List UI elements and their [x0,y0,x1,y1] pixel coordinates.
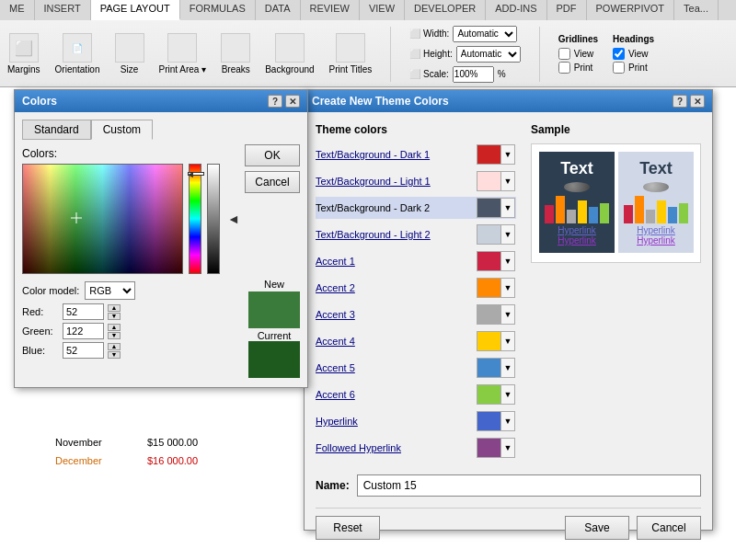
ribbon-margins[interactable]: ⬜ Margins [7,33,40,74]
tab-review[interactable]: REVIEW [301,0,360,20]
theme-close-button[interactable]: ✕ [690,95,705,108]
green-input[interactable]: 122 [63,323,104,339]
theme-color-btn-accent6[interactable]: ▼ [477,384,515,405]
hue-slider[interactable]: ◄ [189,164,201,274]
theme-label-dark1[interactable]: Text/Background - Dark 1 [316,149,477,160]
theme-color-btn-accent1[interactable]: ▼ [477,251,515,271]
cancel-button-sm[interactable]: Cancel [245,171,300,193]
ribbon-breaks[interactable]: Breaks [221,33,250,74]
tab-custom[interactable]: Custom [91,120,153,140]
sample-light-panel: Text Hyperlink Hyperlink [618,152,694,253]
theme-color-btn-followed-hyperlink[interactable]: ▼ [477,438,515,458]
dropdown-accent1[interactable]: ▼ [501,252,514,270]
tab-page-layout[interactable]: PAGE LAYOUT [91,0,180,20]
theme-row-accent3: Accent 3 ▼ [316,303,516,326]
crosshair[interactable] [71,212,82,223]
tab-addins[interactable]: ADD-INS [486,0,546,20]
theme-color-btn-light2[interactable]: ▼ [477,224,515,245]
ribbon-print-titles[interactable]: Print Titles [329,33,373,74]
headings-print[interactable] [613,62,625,74]
theme-help-button[interactable]: ? [673,95,687,108]
ribbon-orientation[interactable]: 📄 Orientation [55,33,100,74]
tab-insert[interactable]: INSERT [35,0,91,20]
theme-label-accent6[interactable]: Accent 6 [316,389,477,400]
width-select[interactable]: Automatic [453,26,517,42]
red-up[interactable]: ▲ [108,304,121,312]
headings-view[interactable] [613,48,625,60]
theme-color-btn-dark2[interactable]: ▼ [477,198,515,218]
blue-down[interactable]: ▼ [108,351,121,359]
ribbon-background[interactable]: Background [265,33,314,74]
close-button[interactable]: ✕ [285,95,300,108]
tab-view[interactable]: VIEW [360,0,405,20]
cell-december-label: December [55,455,102,466]
theme-color-btn-accent4[interactable]: ▼ [477,331,515,351]
ribbon-size[interactable]: Size [115,33,144,74]
theme-label-accent5[interactable]: Accent 5 [316,362,477,373]
tab-data[interactable]: DATA [256,0,301,20]
theme-color-btn-accent2[interactable]: ▼ [477,278,515,298]
dropdown-light1[interactable]: ▼ [501,172,514,190]
theme-label-accent3[interactable]: Accent 3 [316,309,477,320]
blue-up[interactable]: ▲ [108,343,121,350]
red-input[interactable]: 52 [63,303,104,320]
green-down[interactable]: ▼ [108,332,121,339]
swatch-light2 [477,225,501,244]
dropdown-followed-hyperlink[interactable]: ▼ [501,439,514,457]
theme-color-btn-light1[interactable]: ▼ [477,171,515,191]
tab-powerpivot[interactable]: POWERPIVOT [587,0,675,20]
dropdown-accent2[interactable]: ▼ [501,279,514,297]
right-buttons: Save Cancel [565,516,701,540]
theme-color-btn-accent5[interactable]: ▼ [477,358,515,378]
theme-label-accent2[interactable]: Accent 2 [316,282,477,293]
dropdown-accent3[interactable]: ▼ [501,305,514,324]
tab-developer[interactable]: DEVELOPER [405,0,486,20]
lightness-slider[interactable] [207,164,220,274]
sample-bars-dark [545,196,609,223]
theme-label-followed-hyperlink[interactable]: Followed Hyperlink [316,442,477,453]
ok-button[interactable]: OK [245,144,300,166]
dropdown-hyperlink[interactable]: ▼ [501,412,514,430]
theme-label-accent1[interactable]: Accent 1 [316,256,477,267]
reset-button[interactable]: Reset [316,516,380,540]
color-spectrum[interactable] [22,164,183,274]
dropdown-accent5[interactable]: ▼ [501,359,514,377]
colors-dialog-title: Colors [22,95,57,108]
theme-label-light1[interactable]: Text/Background - Light 1 [316,176,477,187]
blue-input[interactable]: 52 [63,342,104,359]
gridlines-label: Gridlines [558,34,598,44]
green-up[interactable]: ▲ [108,324,121,331]
dropdown-dark2[interactable]: ▼ [501,199,514,217]
color-model-select[interactable]: RGB [85,281,135,300]
height-select[interactable]: Automatic [456,46,521,63]
swatch-accent6 [477,385,501,404]
theme-row-hyperlink: Hyperlink ▼ [316,410,516,432]
theme-color-btn-hyperlink[interactable]: ▼ [477,411,515,431]
tab-pdf[interactable]: PDF [547,0,587,20]
dropdown-dark1[interactable]: ▼ [501,145,514,164]
tab-me[interactable]: ME [0,0,35,20]
tab-tea[interactable]: Tea... [674,0,719,20]
theme-label-hyperlink[interactable]: Hyperlink [316,416,477,427]
dropdown-light2[interactable]: ▼ [501,225,514,244]
ribbon-print-area[interactable]: Print Area ▾ [159,33,207,74]
dropdown-accent6[interactable]: ▼ [501,385,514,404]
theme-label-light2[interactable]: Text/Background - Light 2 [316,229,477,240]
dropdown-accent4[interactable]: ▼ [501,332,514,350]
titlebar-buttons: ? ✕ [268,95,300,108]
theme-label-accent4[interactable]: Accent 4 [316,336,477,347]
gridlines-view[interactable] [558,48,570,60]
scale-input[interactable] [453,66,494,83]
theme-color-btn-accent3[interactable]: ▼ [477,304,515,325]
name-input[interactable] [357,474,701,497]
tab-standard[interactable]: Standard [22,120,91,140]
gridlines-print[interactable] [558,62,570,74]
save-button[interactable]: Save [565,516,629,540]
theme-label-dark2[interactable]: Text/Background - Dark 2 [316,202,477,213]
cancel-button[interactable]: Cancel [637,516,701,540]
theme-color-btn-dark1[interactable]: ▼ [477,144,515,165]
tab-formulas[interactable]: FORMULAS [180,0,256,20]
help-button[interactable]: ? [268,95,282,108]
red-down[interactable]: ▼ [108,313,121,320]
theme-dialog-titlebar: Create New Theme Colors ? ✕ [305,90,712,112]
